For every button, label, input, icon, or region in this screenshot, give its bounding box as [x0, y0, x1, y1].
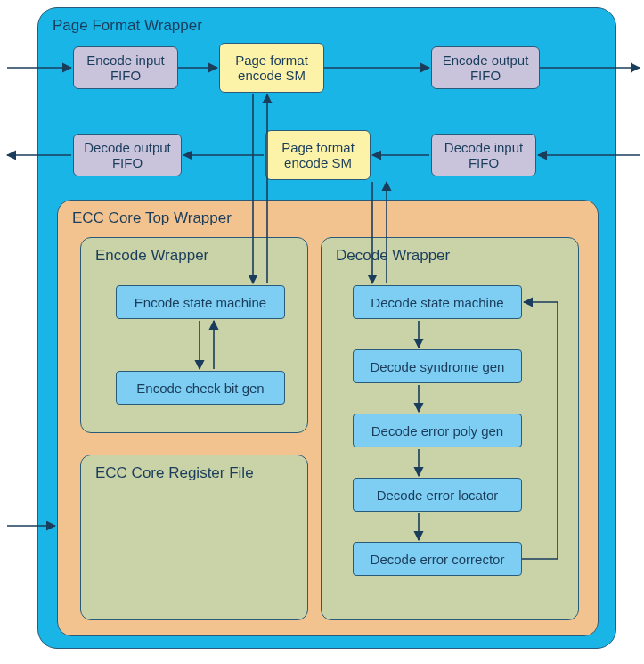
encode-state-machine: Encode state machine [116, 285, 285, 319]
ecc-core-register-file: ECC Core Register File [80, 455, 308, 620]
encode-output-fifo: Encode outputFIFO [431, 46, 540, 89]
decode-error-poly-gen: Decode error poly gen [353, 414, 522, 447]
decode-state-machine: Decode state machine [353, 285, 522, 319]
encode-input-fifo: Encode inputFIFO [73, 46, 178, 89]
decode-syndrome-gen: Decode syndrome gen [353, 349, 522, 383]
decode-wrapper-title: Decode Wrapper [330, 243, 569, 272]
decode-error-corrector: Decode error corrector [353, 542, 522, 576]
decode-input-fifo: Decode inputFIFO [431, 134, 536, 176]
page-format-encode-sm-top: Page formatencode SM [219, 43, 324, 93]
encode-wrapper-title: Encode Wrapper [90, 243, 298, 272]
encode-check-bit-gen: Encode check bit gen [116, 371, 285, 405]
ecc-core-top-wrapper-title: ECC Core Top Wrapper [67, 206, 589, 234]
page-format-encode-sm-bottom: Page formatencode SM [265, 130, 371, 180]
page-format-wrapper-title: Page Format Wrapper [47, 13, 607, 42]
decode-output-fifo: Decode outputFIFO [73, 134, 182, 176]
decode-error-locator: Decode error locator [353, 478, 522, 512]
ecc-core-register-file-title: ECC Core Register File [90, 461, 298, 489]
